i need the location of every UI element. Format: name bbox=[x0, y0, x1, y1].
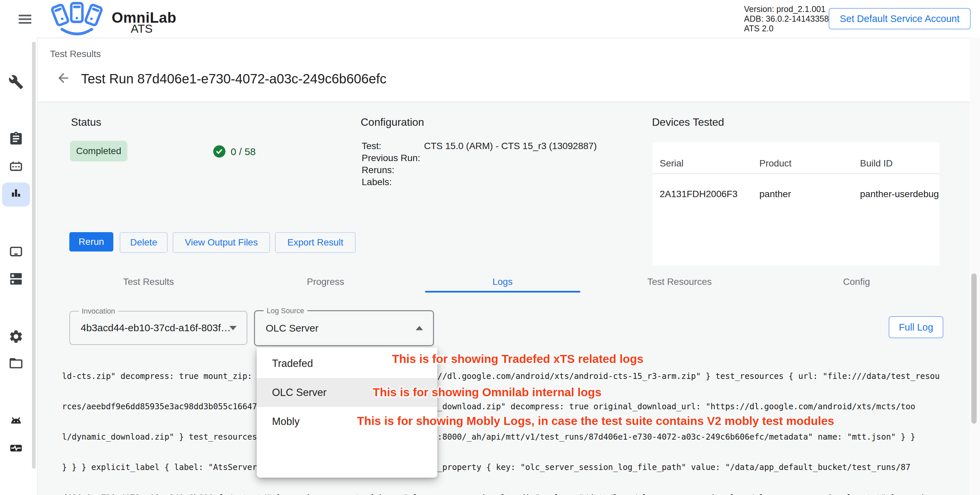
configuration-heading: Configuration bbox=[361, 116, 424, 128]
full-log-button[interactable]: Full Log bbox=[889, 316, 943, 338]
tab-logs[interactable]: Logs bbox=[414, 271, 591, 293]
monitor-wave-icon bbox=[8, 440, 24, 456]
app-root: OmniLab ATS Version: prod_2.1.001 ADB: 3… bbox=[0, 0, 980, 495]
log-line: rces/aeebdf9e6dd85935e3ac98dd3b055c16647… bbox=[62, 402, 970, 412]
status-badge: Completed bbox=[70, 141, 127, 161]
devices-col-product: Product bbox=[759, 158, 792, 169]
tab-progress[interactable]: Progress bbox=[237, 271, 414, 293]
hosts-dns-icon bbox=[8, 271, 24, 286]
sidebar-item-file-browser[interactable] bbox=[8, 356, 24, 372]
android-robot-icon bbox=[8, 413, 24, 429]
device-tablet-icon bbox=[8, 244, 24, 259]
devices-col-build-id: Build ID bbox=[860, 158, 892, 169]
sidebar-item-android-tools[interactable] bbox=[8, 413, 24, 430]
annotation-tradefed: This is for showing Tradefed xTS related… bbox=[392, 352, 644, 366]
status-heading: Status bbox=[71, 116, 101, 128]
bar-chart-icon bbox=[8, 186, 24, 201]
config-value-test: CTS 15.0 (ARM) - CTS 15_r3 (13092887) bbox=[424, 140, 597, 152]
log-source-menu: Tradefed OLC Server Mobly bbox=[257, 348, 438, 477]
wrench-icon bbox=[8, 74, 24, 90]
top-app-bar: OmniLab ATS Version: prod_2.1.001 ADB: 3… bbox=[0, 0, 980, 38]
annotation-olc-server: This is for showing Omnilab internal log… bbox=[373, 386, 601, 399]
log-line: l/dynamic_download.zip" } test_resources… bbox=[62, 432, 970, 442]
devices-tested-heading: Devices Tested bbox=[652, 116, 724, 128]
device-serial-cell: 2A131FDH2006F3 bbox=[660, 189, 737, 200]
clipboard-icon bbox=[8, 131, 24, 147]
log-line: d406e1-e730-4072-a03c-249c6b606efc/outpu… bbox=[62, 493, 970, 495]
sidebar-item-test-results[interactable] bbox=[8, 186, 24, 203]
failed-total-count: 0 / 58 bbox=[231, 146, 256, 157]
delete-button[interactable]: Delete bbox=[120, 232, 168, 253]
test-plan-box-icon bbox=[8, 159, 24, 174]
sidebar-item-test-plans[interactable] bbox=[8, 159, 24, 176]
log-source-select[interactable]: Log Source OLC Server bbox=[254, 310, 434, 346]
rerun-button[interactable]: Rerun bbox=[69, 232, 113, 252]
log-line: ld-cts.zip" decompress: true mount_zip: … bbox=[62, 371, 970, 381]
device-product-cell: panther bbox=[759, 189, 791, 200]
view-output-files-button[interactable]: View Output Files bbox=[173, 232, 270, 253]
annotation-mobly: This is for showing Mobly Logs, in case … bbox=[357, 414, 834, 428]
config-label-labels: Labels: bbox=[362, 176, 392, 188]
ats-version-line: ATS 2.0 bbox=[744, 24, 829, 34]
devices-table: Serial Product Build ID 2A131FDH2006F3 p… bbox=[653, 142, 939, 265]
breadcrumb: Test Results bbox=[50, 49, 101, 59]
menu-hamburger-icon[interactable] bbox=[19, 13, 31, 26]
folder-icon bbox=[8, 356, 24, 371]
brand-subtitle: ATS bbox=[112, 22, 172, 35]
page-scrollbar-thumb[interactable] bbox=[971, 273, 977, 424]
sidebar-item-devices[interactable] bbox=[8, 244, 24, 260]
page-title: Test Run 87d406e1-e730-4072-a03c-249c6b6… bbox=[81, 71, 387, 86]
sidebar-item-hosts[interactable] bbox=[8, 271, 24, 288]
active-tab-underline bbox=[425, 291, 580, 292]
tab-test-results[interactable]: Test Results bbox=[60, 271, 237, 293]
log-line: } } } explicit_label { label: "AtsServer… bbox=[62, 462, 970, 472]
device-build-cell: panther-userdebug 15 r bbox=[860, 189, 939, 200]
sidebar-scrollbar[interactable] bbox=[32, 42, 36, 469]
passed-check-icon bbox=[213, 145, 226, 160]
invocation-select[interactable]: Invocation 4b3acd44-eb10-37cd-a16f-803f… bbox=[69, 311, 247, 345]
log-source-value: OLC Server bbox=[266, 311, 318, 345]
chevron-down-icon bbox=[229, 326, 237, 330]
config-label-previous-run: Previous Run: bbox=[362, 152, 420, 164]
devices-col-serial: Serial bbox=[660, 158, 684, 169]
config-label-reruns: Reruns: bbox=[362, 164, 395, 176]
sidebar-item-monitoring[interactable] bbox=[8, 440, 24, 457]
back-arrow-icon bbox=[56, 71, 71, 85]
sidebar-item-test-runs[interactable] bbox=[8, 131, 24, 148]
config-label-test: Test: bbox=[362, 140, 381, 152]
chevron-up-icon bbox=[416, 326, 423, 330]
back-button[interactable] bbox=[56, 71, 71, 87]
omnilab-logo-icon bbox=[43, 2, 111, 39]
export-result-button[interactable]: Export Result bbox=[275, 232, 356, 253]
table-header-divider bbox=[653, 174, 939, 174]
gear-icon bbox=[8, 329, 24, 344]
tab-test-resources[interactable]: Test Resources bbox=[591, 271, 768, 293]
sidebar-nav bbox=[0, 38, 37, 495]
sidebar-item-settings[interactable] bbox=[8, 329, 24, 346]
set-default-service-account-button[interactable]: Set Default Service Account bbox=[829, 8, 970, 29]
version-info: Version: prod_2.1.001 ADB: 36.0.2-141433… bbox=[744, 4, 829, 34]
page-scrollbar-track[interactable] bbox=[969, 38, 980, 495]
sidebar-item-tests[interactable] bbox=[8, 74, 24, 91]
tab-config[interactable]: Config bbox=[768, 271, 945, 293]
version-line: Version: prod_2.1.001 bbox=[744, 4, 829, 14]
invocation-value: 4b3acd44-eb10-37cd-a16f-803f… bbox=[81, 311, 231, 344]
adb-version-line: ADB: 36.0.2-14143358 bbox=[744, 14, 829, 24]
